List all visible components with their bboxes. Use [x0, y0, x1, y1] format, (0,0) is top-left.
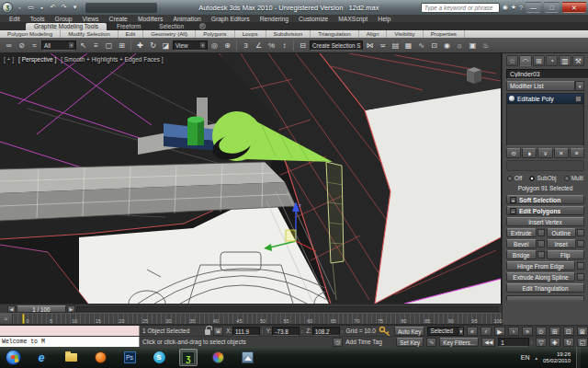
ribbon-panel-label[interactable]: Subdivision	[266, 30, 311, 38]
mode-subobj[interactable]: SubObj	[529, 175, 556, 181]
edit-triangulation-button[interactable]: Edit Triangulation	[506, 283, 584, 293]
new-file-icon[interactable]: ▫	[16, 5, 24, 11]
make-unique-icon[interactable]: ∨	[537, 148, 552, 158]
bevel-button[interactable]: Bevel	[506, 239, 537, 248]
taskbar-item-paint-app[interactable]	[209, 349, 227, 366]
collapse-icon[interactable]: −	[510, 208, 516, 214]
menu-item[interactable]: Animation	[173, 16, 200, 22]
modify-tab-icon[interactable]: ◠	[519, 55, 531, 66]
set-key-button[interactable]: Set Key	[396, 338, 424, 347]
edit-polygons-rollout[interactable]: − Edit Polygons	[506, 206, 584, 215]
flip-button[interactable]: Flip	[547, 250, 585, 259]
expand-icon[interactable]: +	[510, 197, 516, 203]
render-setup-icon[interactable]: ☼	[454, 40, 466, 52]
taskbar-item-skype[interactable]: S	[150, 349, 168, 366]
ribbon-panel-label[interactable]: Triangulation	[311, 30, 359, 38]
extrude-spline-settings-icon[interactable]	[577, 273, 584, 281]
remove-modifier-icon[interactable]: ✕	[554, 148, 569, 158]
select-and-rotate-icon[interactable]: ↻	[147, 40, 159, 52]
menu-item[interactable]: Help	[378, 16, 390, 22]
z-coordinate[interactable]: Z:108.2↕	[306, 327, 343, 336]
hinge-settings-icon[interactable]	[577, 262, 584, 270]
bridge-settings-icon[interactable]	[537, 251, 545, 259]
tray-expand-icon[interactable]: ▴	[535, 355, 537, 361]
render-production-icon[interactable]: ♨	[480, 40, 492, 52]
ribbon-panel-label[interactable]: Modify Selection	[61, 30, 118, 38]
pin-stack-icon[interactable]: ⊝	[506, 148, 521, 158]
inset-button[interactable]: Inset	[547, 239, 577, 248]
play-animation-icon[interactable]: ▶	[494, 327, 505, 336]
set-key-mode-icon[interactable]	[379, 326, 391, 337]
ribbon-tab[interactable]: Freeform	[108, 23, 149, 30]
taskbar-item-photoshop[interactable]: Ps	[120, 349, 139, 366]
save-file-icon[interactable]: ▪	[38, 5, 46, 11]
radio-icon[interactable]	[529, 176, 535, 181]
time-slider-handle[interactable]: 1 / 100	[17, 305, 66, 313]
close-button[interactable]: ✕	[562, 2, 586, 13]
viewport-shading-menu[interactable]: [ Smooth + Highlights + Edged Faces ]	[61, 56, 163, 63]
use-pivot-point-center-icon[interactable]: ◎	[209, 40, 220, 52]
rendered-frame-window-icon[interactable]: ▣	[467, 40, 479, 52]
menu-item[interactable]: Create	[109, 16, 128, 22]
hierarchy-tab-icon[interactable]: ⊞	[533, 55, 545, 66]
ribbon-panel-label[interactable]: Loops	[235, 30, 266, 38]
select-object-icon[interactable]: ↖	[77, 40, 89, 52]
previous-frame-icon[interactable]: ‹	[481, 327, 492, 336]
spinner-snap-icon[interactable]: ↕	[278, 40, 290, 52]
zoom-all-icon[interactable]: ⊞	[549, 327, 560, 336]
ribbon-minimize-button[interactable]	[199, 23, 206, 29]
go-to-start-icon[interactable]: «	[467, 327, 478, 336]
utilities-tab-icon[interactable]: ⚒	[572, 55, 584, 66]
zoom-extents-all-icon[interactable]: ⊠	[577, 327, 588, 336]
stack-item-editable-poly[interactable]: Editable Poly	[507, 94, 583, 104]
menu-item[interactable]: Tools	[30, 16, 45, 22]
hinge-from-edge-button[interactable]: Hinge From Edge	[506, 261, 575, 270]
small-cube-object[interactable]	[467, 67, 481, 84]
extrude-button[interactable]: Extrude	[506, 228, 537, 237]
selection-lock-icon[interactable]	[205, 329, 210, 335]
menu-item[interactable]: Rendering	[260, 16, 288, 22]
ribbon-panel-label[interactable]: Geometry (All)	[143, 30, 196, 38]
radio-icon[interactable]	[507, 176, 513, 181]
radio-icon[interactable]	[564, 176, 570, 181]
bevel-settings-icon[interactable]	[537, 240, 545, 247]
schematic-view-icon[interactable]: ⊡	[428, 40, 440, 52]
modifier-stack[interactable]: Editable Poly	[506, 93, 584, 146]
application-menu-button[interactable]: ʒ	[2, 2, 13, 13]
ribbon-panel-label[interactable]: Polygons	[196, 30, 234, 38]
ribbon-panel-label[interactable]: Visibility	[387, 30, 423, 38]
go-to-end-icon[interactable]: »	[522, 327, 533, 336]
zoom-extents-icon[interactable]: ⊡	[563, 327, 574, 336]
maxscript-listener-input[interactable]	[0, 326, 140, 336]
extrude-along-spline-button[interactable]: Extrude Along Spline	[506, 272, 575, 282]
key-mode-toggle-icon[interactable]: ◀◀	[481, 338, 495, 347]
start-button[interactable]	[6, 350, 21, 365]
taskbar-item-3ds-max[interactable]: ʒ	[179, 349, 198, 366]
viewport-canvas[interactable]: z	[0, 53, 502, 304]
infocenter-search-input[interactable]	[421, 3, 500, 13]
ribbon-panel-label[interactable]: Align	[359, 30, 388, 38]
quick-access-dropdown-icon[interactable]: ▾	[71, 4, 79, 11]
select-by-name-icon[interactable]: ≡	[90, 40, 102, 52]
green-cylinder[interactable]	[187, 117, 204, 146]
snaps-toggle-icon[interactable]: 3	[240, 40, 252, 52]
mirror-icon[interactable]: ⋈	[364, 40, 376, 52]
taskbar-item-media-player[interactable]	[91, 349, 109, 366]
selection-filter-dropdown[interactable]: All▾	[41, 40, 76, 51]
edit-named-selection-sets-icon[interactable]: ⊟	[297, 40, 309, 52]
timeline-ruler[interactable]: 0510152025303540455055606570758085909510…	[13, 314, 502, 324]
perspective-viewport[interactable]: [ + ] [ Perspective ] [ Smooth + Highlig…	[0, 53, 502, 304]
absolute-mode-toggle-icon[interactable]: ⊞	[213, 327, 223, 336]
menu-item[interactable]: Views	[82, 16, 98, 22]
maximize-viewport-toggle-icon[interactable]: ◱	[577, 338, 588, 347]
taskbar-item-explorer[interactable]	[62, 349, 80, 366]
ribbon-tab[interactable]: Graphite Modeling Tools	[26, 23, 107, 30]
key-selection-dropdown[interactable]: Selected▾	[427, 327, 464, 336]
menu-item[interactable]: Modifiers	[138, 16, 164, 22]
spinner-icon[interactable]: ↕	[300, 328, 303, 334]
field-of-view-icon[interactable]: ▽	[536, 338, 547, 347]
taskbar-item-internet-explorer[interactable]: e	[32, 349, 51, 366]
display-tab-icon[interactable]: ▥	[559, 55, 571, 66]
create-tab-icon[interactable]: ☆	[506, 55, 518, 66]
angle-snap-icon[interactable]: ∠	[253, 40, 265, 52]
